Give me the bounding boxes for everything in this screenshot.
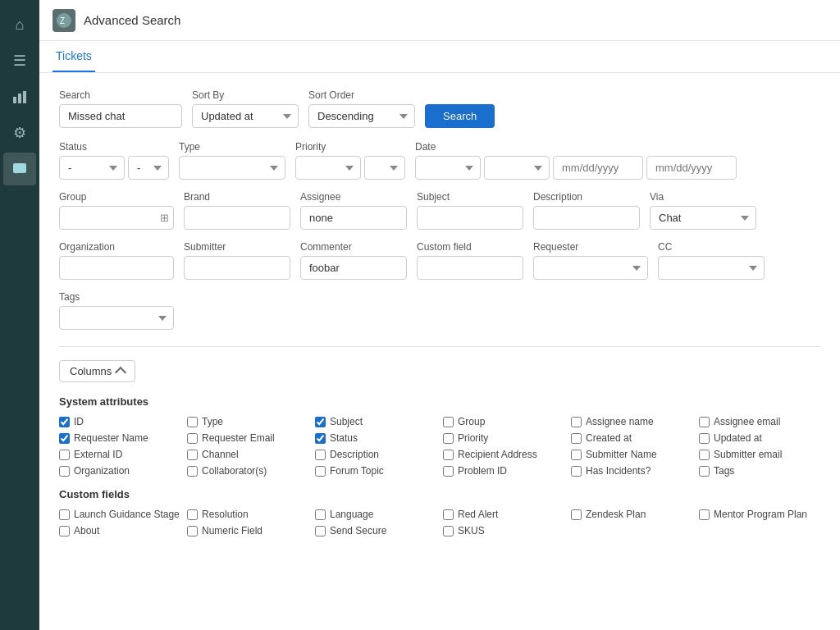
custom-fields-grid: Launch Guidance Stage Resolution Languag… [59, 509, 820, 536]
attr-assignee-email: Assignee email [699, 416, 820, 427]
attr-has-incidents-checkbox[interactable] [571, 466, 582, 477]
attr-requester-email: Requester Email [187, 432, 308, 444]
cf-skus-checkbox[interactable] [443, 526, 454, 536]
assignee-input[interactable] [300, 206, 407, 230]
tab-tickets[interactable]: Tickets [52, 41, 95, 72]
sort-order-select[interactable]: Descending Ascending [308, 104, 415, 128]
cc-select[interactable] [658, 256, 765, 280]
group-input[interactable] [59, 206, 174, 230]
search-group: Search [59, 89, 182, 128]
cf-red-alert-checkbox[interactable] [443, 509, 454, 520]
date-end-input[interactable] [646, 156, 737, 180]
cf-mentor-program-checkbox[interactable] [699, 509, 710, 520]
via-group: Via Chat Email Web [650, 191, 756, 230]
search-input[interactable] [59, 104, 182, 128]
tabs-bar: Tickets [39, 41, 840, 73]
sidebar-home-icon[interactable]: ⌂ [3, 8, 36, 41]
attr-forum-topic-checkbox[interactable] [315, 466, 326, 477]
date-start-input[interactable] [553, 156, 643, 180]
requester-select[interactable] [533, 256, 648, 280]
cf-about-checkbox[interactable] [59, 526, 70, 536]
custom-fields-title: Custom fields [59, 488, 820, 500]
attr-channel-checkbox[interactable] [187, 450, 198, 460]
search-button[interactable]: Search [425, 104, 495, 128]
attr-assignee-name-checkbox[interactable] [571, 417, 582, 427]
svg-rect-0 [13, 97, 16, 103]
subject-label: Subject [417, 191, 523, 203]
attr-assignee-email-checkbox[interactable] [699, 417, 710, 427]
attr-description-checkbox[interactable] [315, 450, 326, 460]
attr-tags-checkbox[interactable] [699, 466, 710, 477]
attr-submitter-name: Submitter Name [571, 449, 692, 460]
group-group: Group ⊞ [59, 191, 174, 230]
columns-toggle-button[interactable]: Columns [59, 360, 135, 382]
via-select[interactable]: Chat Email Web [650, 206, 756, 230]
cf-resolution-checkbox[interactable] [187, 509, 198, 520]
cf-language-checkbox[interactable] [315, 509, 326, 520]
priority-secondary-select[interactable] [364, 156, 405, 180]
attr-priority-checkbox[interactable] [443, 433, 454, 444]
attr-organization-checkbox[interactable] [59, 466, 70, 477]
attr-group-checkbox[interactable] [443, 417, 454, 427]
svg-rect-3 [13, 163, 26, 173]
sidebar-chart-icon[interactable] [3, 80, 36, 113]
attr-id: ID [59, 416, 180, 427]
cc-label: CC [658, 241, 765, 253]
sidebar-settings-icon[interactable]: ⚙ [3, 116, 36, 149]
brand-label: Brand [184, 191, 290, 203]
sidebar-chat-icon[interactable] [3, 153, 36, 185]
description-label: Description [533, 191, 640, 203]
description-group: Description [533, 191, 640, 230]
cf-numeric-field-checkbox[interactable] [187, 526, 198, 536]
cf-numeric-field: Numeric Field [187, 525, 308, 536]
custom-field-input[interactable] [417, 256, 523, 280]
cf-zendesk-plan-checkbox[interactable] [571, 509, 582, 520]
commenter-label: Commenter [300, 241, 407, 253]
attr-subject-checkbox[interactable] [315, 417, 326, 427]
attr-status: Status [315, 432, 436, 444]
attr-id-checkbox[interactable] [59, 417, 70, 427]
sort-order-label: Sort Order [308, 89, 415, 101]
sort-by-select[interactable]: Updated at Created at Priority [192, 104, 299, 128]
description-input[interactable] [533, 206, 640, 230]
filter-row-1: Status - Open Closed - Type Incident [59, 141, 820, 180]
submitter-input[interactable] [184, 256, 290, 280]
attr-external-id-checkbox[interactable] [59, 450, 70, 460]
cf-mentor-program: Mentor Program Plan [699, 509, 820, 520]
attr-recipient-address: Recipient Address [443, 449, 564, 460]
date-type-select[interactable]: Created at Updated at [415, 156, 481, 180]
cf-send-secure-checkbox[interactable] [315, 526, 326, 536]
type-label: Type [179, 141, 285, 153]
attr-created-at-checkbox[interactable] [571, 433, 582, 444]
date-range-select[interactable] [484, 156, 550, 180]
attr-updated-at-checkbox[interactable] [699, 433, 710, 444]
commenter-input[interactable] [300, 256, 407, 280]
tags-select[interactable] [59, 306, 174, 330]
attr-organization: Organization [59, 465, 180, 477]
submitter-label: Submitter [184, 241, 290, 253]
requester-label: Requester [533, 241, 648, 253]
cf-launch-guidance-checkbox[interactable] [59, 509, 70, 520]
type-select[interactable]: Incident Problem [179, 156, 285, 180]
attr-submitter-name-checkbox[interactable] [571, 450, 582, 460]
attr-requester-name-checkbox[interactable] [59, 433, 70, 444]
attr-submitter-email-checkbox[interactable] [699, 450, 710, 460]
cf-zendesk-plan: Zendesk Plan [571, 509, 692, 520]
attr-type-checkbox[interactable] [187, 417, 198, 427]
attr-recipient-address-checkbox[interactable] [443, 450, 454, 460]
attr-subject: Subject [315, 416, 436, 427]
attr-priority: Priority [443, 432, 564, 444]
attr-problem-id-checkbox[interactable] [443, 466, 454, 477]
priority-select[interactable]: Low Normal High [295, 156, 361, 180]
attr-status-checkbox[interactable] [315, 433, 326, 444]
status-select[interactable]: - Open Closed [59, 156, 125, 180]
organization-input[interactable] [59, 256, 174, 280]
sidebar-document-icon[interactable]: ☰ [3, 44, 36, 77]
status-secondary-select[interactable]: - [128, 156, 169, 180]
attr-group: Group [443, 416, 564, 427]
subject-input[interactable] [417, 206, 523, 230]
attr-requester-email-checkbox[interactable] [187, 433, 198, 444]
grid-icon: ⊞ [160, 212, 169, 224]
attr-collaborators-checkbox[interactable] [187, 466, 198, 477]
brand-input[interactable] [184, 206, 290, 230]
